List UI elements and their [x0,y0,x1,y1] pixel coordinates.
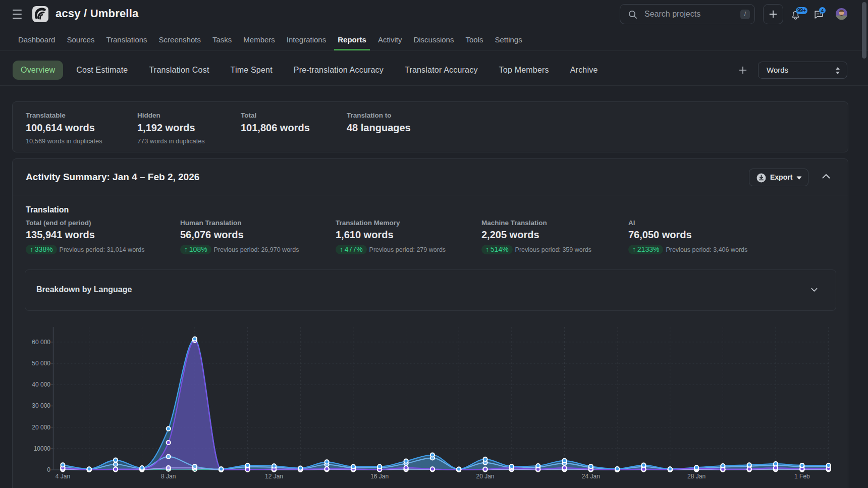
svg-text:12 Jan: 12 Jan [265,473,283,480]
svg-text:1 Feb: 1 Feb [794,473,810,480]
svg-text:16 Jan: 16 Jan [370,473,389,480]
svg-text:30 000: 30 000 [32,402,50,409]
svg-text:10000: 10000 [34,445,51,452]
svg-text:24 Jan: 24 Jan [582,473,600,480]
svg-text:28 Jan: 28 Jan [687,473,706,480]
svg-text:50 000: 50 000 [32,360,50,367]
svg-text:20 Jan: 20 Jan [476,473,494,480]
svg-text:4 Jan: 4 Jan [56,473,70,480]
svg-text:8 Jan: 8 Jan [161,473,176,480]
svg-text:20 000: 20 000 [32,424,50,431]
svg-text:60 000: 60 000 [32,339,50,346]
svg-text:0: 0 [47,466,50,473]
svg-text:40 000: 40 000 [32,381,50,388]
